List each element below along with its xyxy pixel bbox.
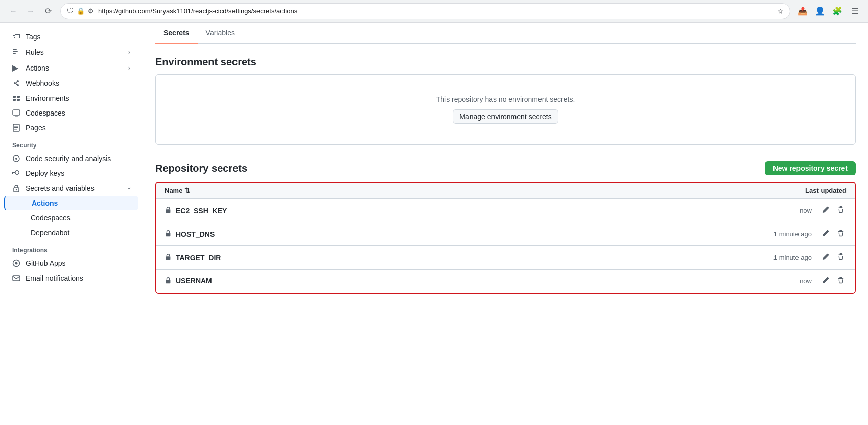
svg-rect-12 [13,110,20,115]
rules-icon [12,48,21,56]
secret-row-target-dir: TARGET_DIR 1 minute ago [156,246,855,270]
sidebar-item-tags[interactable]: 🏷 Tags [4,29,138,44]
bookmark-icon[interactable]: ☆ [777,7,784,15]
secret-name-ec2: EC2_SSH_KEY [165,206,458,215]
environment-secrets-title: Environment secrets [155,56,856,68]
app-container: 🏷 Tags Rules › ▶ Actions › Webhooks Envi… [0,23,868,425]
secret-updated-host-dns: 1 minute ago [750,230,812,238]
sidebar-item-webhooks[interactable]: Webhooks [4,76,138,91]
sidebar-label-secrets: Secrets and variables [26,184,95,192]
edit-button-host-dns[interactable] [820,228,831,240]
tab-variables[interactable]: Variables [198,23,243,44]
svg-rect-17 [14,129,17,130]
new-repository-secret-button[interactable]: New repository secret [765,161,856,175]
secret-name-text-target-dir: TARGET_DIR [176,254,221,262]
address-bar[interactable]: 🛡 🔒 ⚙ https://github.com/Suryask1101/rea… [60,3,790,19]
browser-nav-buttons: ← → ⟳ [6,4,55,18]
secret-row-username: USERNAM now [156,270,855,293]
delete-button-ec2[interactable] [835,204,847,217]
svg-rect-16 [14,127,18,128]
svg-rect-26 [166,233,171,236]
svg-point-3 [14,82,16,84]
url-display: https://github.com/Suryask1101/reactjs-c… [98,7,773,15]
svg-rect-24 [13,276,20,281]
back-button[interactable]: ← [6,4,20,18]
security-icons: 🛡 🔒 ⚙ [67,7,94,15]
sidebar-item-dependabot-sub[interactable]: Dependabot [4,226,138,240]
secret-row-host-dns: HOST_DNS 1 minute ago [156,222,855,246]
sidebar-item-actions[interactable]: ▶ Actions › [4,60,138,76]
sidebar-label-github-apps: GitHub Apps [26,259,66,267]
email-icon [12,274,21,282]
delete-button-username[interactable] [835,275,847,287]
delete-button-host-dns[interactable] [835,228,847,240]
edit-button-username[interactable] [820,275,831,287]
sidebar-item-actions-sub[interactable]: Actions [4,196,138,210]
browser-action-buttons: 📥 👤 🧩 ☰ [795,4,862,18]
svg-rect-2 [13,53,16,54]
sidebar-label-rules: Rules [26,48,44,56]
environments-icon [12,94,21,102]
sidebar-item-codespaces-sub[interactable]: Codespaces [4,211,138,225]
tabs-bar: Secrets Variables [155,23,856,44]
sidebar-item-github-apps[interactable]: GitHub Apps [4,256,138,271]
lock-icon-host-dns [165,230,172,238]
svg-point-19 [15,158,17,160]
svg-rect-28 [166,280,171,283]
svg-rect-15 [14,126,18,127]
menu-icon[interactable]: ☰ [848,4,862,18]
edit-button-ec2[interactable] [820,204,831,217]
sort-icon[interactable]: ⇅ [184,187,190,194]
tab-secrets[interactable]: Secrets [155,23,198,44]
lock-icon-username [165,277,172,285]
sidebar-item-environments[interactable]: Environments [4,91,138,105]
main-content: Secrets Variables Environment secrets Th… [143,23,868,425]
svg-rect-25 [166,209,171,213]
delete-button-target-dir[interactable] [835,251,847,264]
sidebar-item-secrets-variables[interactable]: Secrets and variables › [4,181,138,195]
lock-icon-ec2 [165,206,172,215]
reload-button[interactable]: ⟳ [41,4,55,18]
svg-line-6 [16,82,17,83]
forward-button[interactable]: → [24,4,38,18]
edit-button-target-dir[interactable] [820,251,831,264]
github-apps-icon [12,259,21,267]
sidebar-label-tags: Tags [26,33,41,41]
pocket-icon[interactable]: 📥 [795,4,810,18]
text-cursor [213,278,213,285]
sidebar-label-email-notifications: Email notifications [26,274,83,282]
secret-actions-ec2 [820,204,847,217]
svg-rect-13 [15,116,18,117]
secrets-table: Name ⇅ Last updated EC2_SSH_KEY [155,182,856,294]
sidebar: 🏷 Tags Rules › ▶ Actions › Webhooks Envi… [0,23,143,425]
rules-chevron: › [128,49,130,56]
secrets-chevron: › [126,187,133,189]
webhooks-icon [12,79,21,87]
lock-icon-target-dir [165,253,172,262]
secret-name-text-host-dns: HOST_DNS [176,230,215,238]
shield-icon: 🛡 [67,7,74,15]
sidebar-item-codespaces[interactable]: Codespaces [4,106,138,120]
profile-icon[interactable]: 👤 [813,4,827,18]
svg-point-5 [17,84,19,86]
lock-icon: 🔒 [77,7,85,15]
secret-name-target-dir: TARGET_DIR [165,253,458,262]
sidebar-item-rules[interactable]: Rules › [4,45,138,59]
actions-chevron: › [128,64,130,72]
secret-row-ec2: EC2_SSH_KEY now [156,199,855,222]
sidebar-label-webhooks: Webhooks [26,79,59,87]
sidebar-label-environments: Environments [26,94,69,102]
secret-updated-ec2: now [750,207,812,214]
sidebar-label-code-security: Code security and analysis [26,154,111,163]
svg-line-7 [16,83,17,85]
svg-rect-0 [13,49,17,50]
secret-actions-target-dir [820,251,847,264]
repository-secrets-section: Repository secrets New repository secret… [155,161,856,294]
sidebar-item-deploy-keys[interactable]: Deploy keys [4,166,138,181]
extensions-icon[interactable]: 🧩 [830,4,844,18]
sidebar-item-code-security[interactable]: Code security and analysis [4,151,138,166]
sidebar-item-pages[interactable]: Pages [4,121,138,135]
manage-environment-button[interactable]: Manage environment secrets [453,109,558,124]
sidebar-item-email-notifications[interactable]: Email notifications [4,271,138,285]
tune-icon: ⚙ [88,7,94,15]
